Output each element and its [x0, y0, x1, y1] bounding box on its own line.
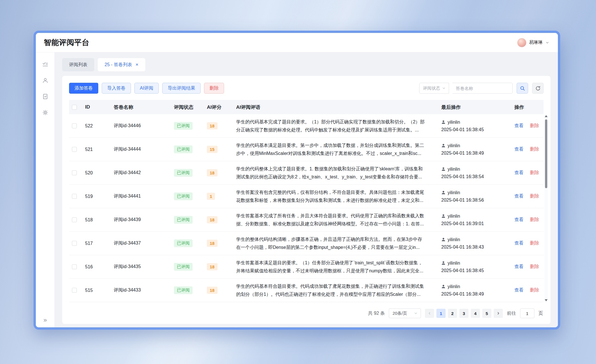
delete-button[interactable]: 删除: [204, 83, 224, 94]
delete-link[interactable]: 删除: [530, 217, 539, 222]
sidebar-item-users[interactable]: [42, 77, 49, 84]
search-button[interactable]: [517, 83, 528, 94]
cell-name: 评阅id-34446: [111, 123, 171, 129]
sidebar-collapse-button[interactable]: »: [43, 317, 47, 323]
page-size-select[interactable]: 20条/页: [389, 308, 421, 318]
ai-review-button[interactable]: AI评阅: [134, 83, 159, 94]
view-link[interactable]: 查看: [514, 170, 524, 175]
table-row: 518 评阅id-34439 已评阅 18 学生答案基本完成了所有任务，并且大体…: [69, 208, 544, 232]
tab-bar: 评阅列表 25 - 答卷列表 ×: [62, 58, 550, 71]
status-badge: 已评阅: [174, 286, 193, 294]
col-header-actions: 操作: [511, 104, 544, 111]
export-results-button[interactable]: 导出评阅结果: [162, 83, 201, 94]
page-button-1[interactable]: 1: [436, 309, 446, 318]
row-checkbox[interactable]: [72, 147, 77, 152]
delete-link[interactable]: 删除: [530, 194, 539, 198]
prev-page-button[interactable]: [425, 309, 434, 318]
row-checkbox[interactable]: [72, 241, 77, 246]
scroll-down-arrow[interactable]: [545, 299, 548, 301]
page-button-4[interactable]: 4: [471, 309, 480, 318]
row-checkbox[interactable]: [72, 288, 77, 293]
table-row: 517 评阅id-34437 已评阅 18 学生的整体代码结构清晰，步骤基本正确…: [69, 232, 544, 255]
cell-name: 评阅id-34442: [111, 170, 171, 176]
cell-ai-comment: 学生的代码整体上完成了题目要求。1. 数据集的加载和划分正确使用了'sklear…: [236, 165, 426, 181]
person-icon: [441, 214, 446, 218]
table-row: 519 评阅id-34441 已评阅 1 学生答案没有包含完整的代码，仅有部分结…: [69, 185, 544, 208]
avatar[interactable]: [517, 38, 526, 47]
next-page-button[interactable]: [494, 309, 503, 318]
row-checkbox[interactable]: [72, 264, 77, 269]
row-checkbox[interactable]: [72, 123, 77, 128]
delete-link[interactable]: 删除: [530, 123, 539, 128]
cell-name: 评阅id-34433: [111, 287, 171, 293]
page-button-2[interactable]: 2: [448, 309, 457, 318]
score-badge: 18: [207, 122, 217, 129]
close-icon[interactable]: ×: [136, 62, 138, 68]
cell-name: 评阅id-34439: [111, 217, 171, 223]
cell-id: 516: [82, 264, 111, 269]
scroll-up-arrow[interactable]: [545, 115, 548, 117]
status-badge: 已评阅: [174, 122, 193, 130]
page-title: 智能评阅平台: [44, 38, 89, 48]
import-answer-button[interactable]: 导入答卷: [102, 83, 131, 94]
tab-answer-list[interactable]: 25 - 答卷列表 ×: [98, 58, 145, 71]
add-answer-button[interactable]: 添加答卷: [69, 83, 98, 94]
cell-last-operation: yilinlin 2025-04-01 16:38:43: [438, 236, 511, 251]
delete-link[interactable]: 删除: [530, 264, 539, 269]
status-badge: 已评阅: [174, 216, 193, 224]
document-check-icon: [42, 93, 48, 100]
cell-last-operation: yilinlin 2025-04-01 16:38:54: [438, 166, 511, 180]
select-all-checkbox[interactable]: [72, 105, 77, 110]
delete-link[interactable]: 删除: [530, 147, 539, 151]
pagination: 共 92 条 20条/页 12345 前往: [69, 302, 544, 326]
chevron-down-icon: [414, 311, 418, 315]
tab-label: 25 - 答卷列表: [105, 62, 132, 68]
operator-name: yilinlin: [448, 283, 460, 290]
status-badge: 已评阅: [174, 239, 193, 247]
goto-page-input[interactable]: [520, 308, 534, 318]
refresh-button[interactable]: [532, 83, 544, 94]
user-name: 易琳琳: [529, 40, 543, 46]
cell-ai-comment: 学生的代码基本符合题目要求。代码成功加载了鸢尾花数据集，并正确进行了训练集和测试…: [236, 282, 426, 298]
view-link[interactable]: 查看: [514, 288, 524, 292]
score-badge: 18: [207, 169, 217, 176]
row-checkbox[interactable]: [72, 217, 77, 222]
cell-last-operation: yilinlin 2025-04-01 16:38:49: [438, 142, 511, 157]
delete-link[interactable]: 删除: [530, 288, 539, 292]
row-checkbox[interactable]: [72, 170, 77, 175]
sidebar-item-settings[interactable]: [42, 109, 49, 116]
cell-name: 评阅id-34444: [111, 146, 171, 152]
delete-link[interactable]: 删除: [530, 241, 539, 245]
view-link[interactable]: 查看: [514, 194, 524, 198]
operation-time: 2025-04-01 16:38:56: [441, 196, 511, 204]
view-link[interactable]: 查看: [514, 264, 524, 269]
page-button-3[interactable]: 3: [459, 309, 468, 318]
table-header-row: ID 答卷名称 评阅状态 AI评分 AI评阅评语 最后操作 操作: [69, 100, 544, 114]
answer-table: ID 答卷名称 评阅状态 AI评分 AI评阅评语 最后操作 操作 522 评阅i…: [69, 100, 544, 302]
cell-last-operation: yilinlin 2025-04-01 16:38:49: [438, 283, 511, 298]
view-link[interactable]: 查看: [514, 147, 524, 151]
sidebar-item-review-tasks[interactable]: [42, 61, 49, 68]
view-link[interactable]: 查看: [514, 123, 524, 128]
delete-link[interactable]: 删除: [530, 170, 539, 175]
gear-icon: [42, 109, 48, 116]
view-link[interactable]: 查看: [514, 241, 524, 245]
table-row: 515 评阅id-34433 已评阅 18 学生的代码基本符合题目要求。代码成功…: [69, 279, 544, 302]
person-icon: [441, 261, 446, 265]
page-button-5[interactable]: 5: [482, 309, 491, 318]
table-scrollbar[interactable]: [544, 114, 548, 302]
review-status-select[interactable]: 评阅状态: [419, 83, 449, 94]
scrollbar-thumb[interactable]: [545, 119, 547, 188]
col-header-id: ID: [82, 104, 111, 110]
cell-id: 517: [82, 241, 111, 246]
status-badge: 已评阅: [174, 145, 193, 153]
tab-review-list[interactable]: 评阅列表: [62, 58, 94, 71]
page-unit-label: 页: [538, 310, 543, 316]
view-link[interactable]: 查看: [514, 217, 524, 222]
operator-name: yilinlin: [448, 166, 460, 173]
answer-name-input[interactable]: [452, 83, 513, 94]
sidebar-item-answer-sheets[interactable]: [42, 93, 49, 100]
cell-id: 515: [82, 288, 111, 293]
row-checkbox[interactable]: [72, 194, 77, 199]
user-menu[interactable]: 易琳琳: [517, 38, 549, 47]
